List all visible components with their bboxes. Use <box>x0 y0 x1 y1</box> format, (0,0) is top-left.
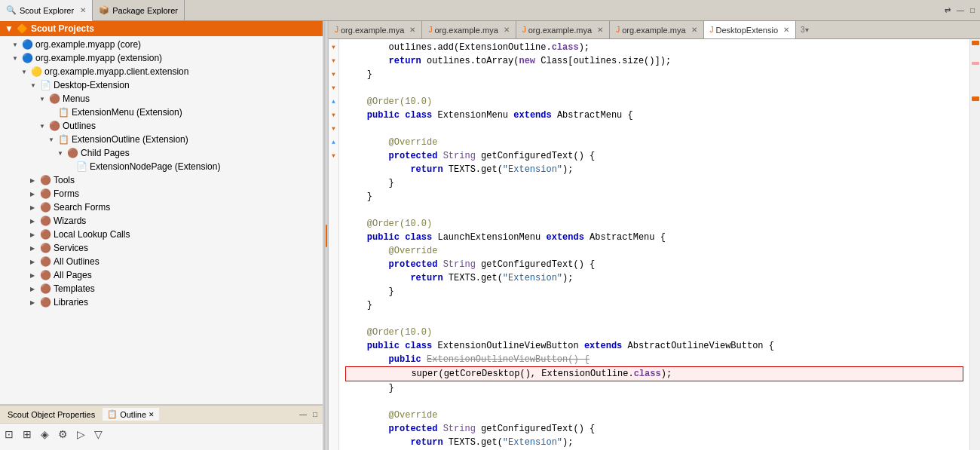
sync-button[interactable]: ⇄ <box>942 5 953 16</box>
code-area[interactable]: outlines.add(ExtensionOutline.class); re… <box>339 39 969 450</box>
tree-item-tools[interactable]: ▶ 🟤 Tools <box>0 173 323 187</box>
fold-1[interactable]: ▼ <box>332 41 335 54</box>
editor-tab-overflow[interactable]: 3▾ <box>796 21 813 38</box>
bottom-panel-actions: — □ <box>297 409 320 419</box>
tree-item-org-core[interactable]: ▼ 🔵 org.example.myapp (core) <box>0 38 323 51</box>
fold-7[interactable]: ▼ <box>332 122 335 136</box>
tab-outline[interactable]: 📋 Outline ✕ <box>103 408 159 421</box>
arrow-menus: ▼ <box>39 96 47 103</box>
scout-explorer-close[interactable]: ✕ <box>80 6 86 14</box>
tree-item-all-pages[interactable]: ▶ 🟤 All Pages <box>0 268 323 282</box>
editor-tab-2-label: org.example.mya <box>434 26 498 35</box>
fold-2[interactable]: ▼ <box>332 54 335 68</box>
tree-item-forms[interactable]: ▶ 🟤 Forms <box>0 187 323 201</box>
arrow-child-pages: ▼ <box>57 150 65 157</box>
tree-item-org-client[interactable]: ▼ 🟡 org.example.myapp.client.extension <box>0 65 323 78</box>
editor-tab-3-label: org.example.mya <box>528 26 592 35</box>
code-line-12: } <box>345 190 963 204</box>
fold-9[interactable]: ▼ <box>332 149 335 163</box>
bottom-action-btn-4[interactable]: ⚙ <box>57 427 69 442</box>
tree-item-child-pages[interactable]: ▼ 🟤 Child Pages <box>0 146 323 160</box>
bottom-action-btn-2[interactable]: ⊞ <box>21 427 33 442</box>
editor-tab-3[interactable]: J org.example.mya ✕ <box>516 21 610 38</box>
editor-tab-5-close[interactable]: ✕ <box>783 26 789 34</box>
label-ext-outline: ExtensionOutline (Extension) <box>72 134 188 145</box>
editor-content: ▼ ▼ ▼ ▼ ▲ ▼ <box>329 39 980 450</box>
editor-tab-2-icon: J <box>428 26 432 34</box>
fold-4[interactable]: ▼ <box>332 81 335 95</box>
tree-root[interactable]: ▼ 🔶 Scout Projects <box>0 21 323 36</box>
code-line-highlighted: super(getCoreDesktop(), ExtensionOutline… <box>345 366 963 381</box>
bottom-action-btn-6[interactable]: ▽ <box>93 427 104 442</box>
editor-tab-1-close[interactable]: ✕ <box>409 26 415 34</box>
editor-tab-4[interactable]: J org.example.mya ✕ <box>610 21 703 38</box>
label-tools: Tools <box>54 175 75 185</box>
tree-item-templates[interactable]: ▶ 🟤 Templates <box>0 282 323 295</box>
fold-8[interactable]: ▲ <box>332 136 335 149</box>
scout-obj-label: Scout Object Properties <box>8 410 95 419</box>
code-line-3: } <box>345 68 963 81</box>
bottom-action-btn-3[interactable]: ◈ <box>39 427 51 442</box>
arrow-ext-outline: ▼ <box>48 136 56 143</box>
tree-item-desktop-ext[interactable]: ▼ 📄 Desktop-Extension <box>0 78 323 92</box>
editor-tab-5[interactable]: J DesktopExtensio ✕ <box>704 21 797 38</box>
code-line-30: return TEXTS.get("Extension"); <box>345 436 963 449</box>
icon-all-pages: 🟤 <box>40 270 51 280</box>
tree-item-ext-menu[interactable]: 📋 ExtensionMenu (Extension) <box>0 106 323 119</box>
bottom-action-btn-1[interactable]: ⊡ <box>3 427 15 442</box>
bottom-maximize-btn[interactable]: □ <box>311 409 320 419</box>
code-line-13 <box>345 204 963 217</box>
tree-item-local-lookup[interactable]: ▶ 🟤 Local Lookup Calls <box>0 228 323 241</box>
outline-close-icon: ✕ <box>149 411 155 418</box>
code-line-15: public class LaunchExtensionMenu extends… <box>345 231 963 244</box>
tree-item-ext-outline[interactable]: ▼ 📋 ExtensionOutline (Extension) <box>0 133 323 146</box>
editor-tab-3-icon: J <box>522 26 526 34</box>
icon-templates: 🟤 <box>40 283 51 294</box>
maximize-button[interactable]: □ <box>968 5 977 16</box>
tree-item-all-outlines[interactable]: ▶ 🟤 All Outlines <box>0 255 323 268</box>
fold-5[interactable]: ▲ <box>332 95 335 109</box>
minimize-button[interactable]: — <box>954 5 966 16</box>
tree-item-outlines[interactable]: ▼ 🟤 Outlines <box>0 119 323 133</box>
icon-ext-node-page: 📄 <box>76 161 87 172</box>
tree-item-search-forms[interactable]: ▶ 🟤 Search Forms <box>0 201 323 214</box>
scout-explorer-icon: 🔍 <box>6 5 17 15</box>
label-ext-node-page: ExtensionNodePage (Extension) <box>90 161 220 172</box>
root-arrow: ▼ <box>5 23 14 34</box>
icon-desktop-ext: 📄 <box>40 80 51 90</box>
code-line-29: protected String getConfiguredText() { <box>345 422 963 436</box>
tab-scout-object-properties[interactable]: Scout Object Properties <box>3 409 100 421</box>
bottom-action-btn-5[interactable]: ▷ <box>75 427 87 442</box>
tab-package-explorer[interactable]: 📦 Package Explorer <box>93 0 185 20</box>
editor-tab-3-close[interactable]: ✕ <box>597 26 603 34</box>
label-services: Services <box>54 243 88 253</box>
editor-tab-2[interactable]: J org.example.mya ✕ <box>422 21 516 38</box>
icon-menus: 🟤 <box>49 93 60 104</box>
fold-3[interactable]: ▼ <box>332 68 335 81</box>
code-line-24: public ExtensionOutlineViewButton() { <box>345 353 963 366</box>
tree-item-services[interactable]: ▶ 🟤 Services <box>0 241 323 255</box>
bottom-minimize-btn[interactable]: — <box>297 409 309 419</box>
tab-scout-explorer[interactable]: 🔍 Scout Explorer ✕ <box>0 0 93 21</box>
code-line-1: outlines.add(ExtensionOutline.class); <box>345 41 963 54</box>
code-line-16: @Override <box>345 244 963 258</box>
code-line-17: protected String getConfiguredText() { <box>345 258 963 271</box>
tree-item-org-ext[interactable]: ▼ 🔵 org.example.myapp (extension) <box>0 51 323 65</box>
tree-item-libraries[interactable]: ▶ 🟤 Libraries <box>0 295 323 309</box>
tree-item-wizards[interactable]: ▶ 🟤 Wizards <box>0 214 323 228</box>
code-line-19: } <box>345 285 963 298</box>
icon-wizards: 🟤 <box>40 216 51 226</box>
code-line-21 <box>345 312 963 326</box>
editor-tab-5-label: DesktopExtensio <box>716 26 779 35</box>
arrow-outlines: ▼ <box>39 123 47 130</box>
bottom-content: ⊡ ⊞ ◈ ⚙ ▷ ▽ <box>0 424 323 445</box>
tree-item-menus[interactable]: ▼ 🟤 Menus <box>0 92 323 106</box>
editor-tab-1[interactable]: J org.example.mya ✕ <box>329 21 422 38</box>
arrow-tools: ▶ <box>30 177 38 184</box>
tree-item-ext-node-page[interactable]: 📄 ExtensionNodePage (Extension) <box>0 160 323 173</box>
editor-tab-2-close[interactable]: ✕ <box>504 26 510 34</box>
outline-icon: 📋 <box>107 409 118 419</box>
editor-tab-4-close[interactable]: ✕ <box>691 26 697 34</box>
fold-6[interactable]: ▼ <box>332 109 335 122</box>
icon-forms: 🟤 <box>40 188 51 199</box>
